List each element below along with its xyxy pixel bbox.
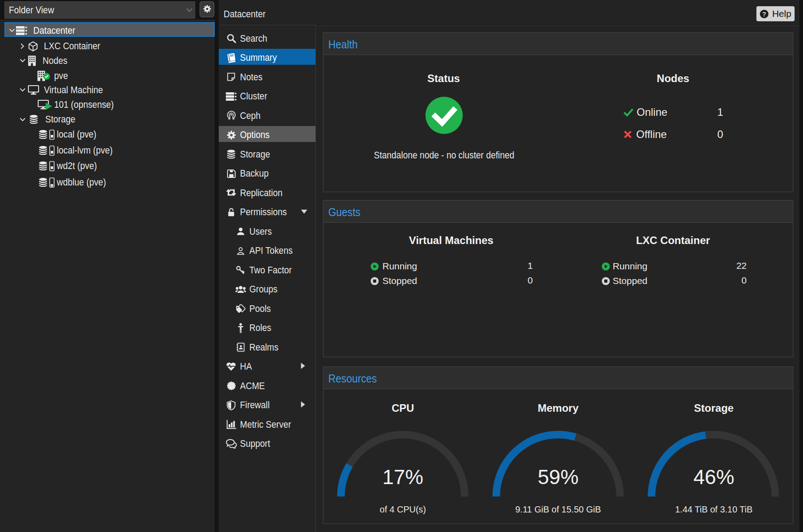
svg-text:?: ? bbox=[762, 10, 766, 17]
